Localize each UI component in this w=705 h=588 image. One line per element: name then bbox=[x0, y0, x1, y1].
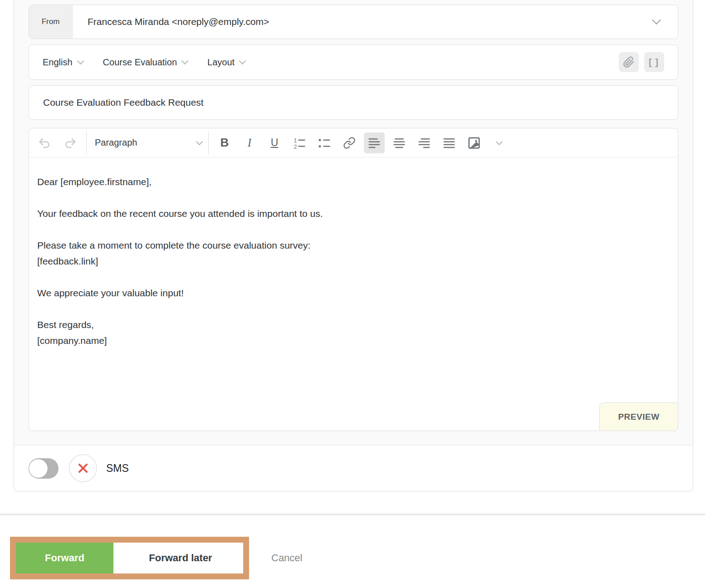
bullet-list-button[interactable] bbox=[314, 132, 335, 153]
body-line: We appreciate your valuable input! bbox=[37, 285, 669, 301]
email-template-card: From Francesca Miranda <noreply@emply.co… bbox=[14, 0, 693, 491]
attach-button[interactable] bbox=[619, 52, 639, 72]
email-body-editor[interactable]: Dear [employee.firstname], Your feedback… bbox=[29, 157, 678, 431]
placeholder-brackets-icon: [ ] bbox=[649, 57, 660, 68]
editor-toolbar: Paragraph B I U 12 bbox=[29, 128, 678, 157]
justify-icon bbox=[442, 136, 456, 150]
underline-icon: U bbox=[271, 137, 279, 149]
sms-disabled-badge bbox=[69, 454, 97, 482]
layout-dropdown-label: Layout bbox=[207, 57, 235, 68]
annotation-highlight-box: Forward Forward later bbox=[10, 537, 249, 579]
sms-label: SMS bbox=[106, 462, 129, 475]
rich-text-editor: Paragraph B I U 12 bbox=[29, 128, 678, 431]
body-line: Your feedback on the recent course you a… bbox=[37, 206, 669, 221]
ordered-list-button[interactable]: 12 bbox=[289, 132, 310, 153]
underline-button[interactable]: U bbox=[264, 132, 285, 153]
language-dropdown[interactable]: English bbox=[43, 57, 83, 68]
align-left-icon bbox=[367, 136, 381, 150]
image-icon bbox=[467, 136, 481, 150]
chevron-down-icon bbox=[181, 58, 189, 65]
image-button[interactable] bbox=[464, 132, 485, 153]
svg-text:1: 1 bbox=[294, 137, 297, 143]
link-icon bbox=[343, 137, 356, 149]
cancel-button[interactable]: Cancel bbox=[271, 552, 302, 564]
align-center-icon bbox=[392, 136, 406, 150]
chevron-down-icon bbox=[196, 138, 203, 145]
forward-later-button[interactable]: Forward later bbox=[118, 543, 243, 573]
template-dropdown-label: Course Evaluation bbox=[103, 57, 177, 68]
template-dropdown[interactable]: Course Evaluation bbox=[103, 57, 187, 68]
language-dropdown-label: English bbox=[43, 57, 73, 68]
body-line bbox=[37, 269, 669, 285]
svg-text:2: 2 bbox=[294, 143, 297, 150]
body-line bbox=[37, 190, 669, 206]
body-line: [company.name] bbox=[37, 333, 669, 348]
undo-icon bbox=[38, 136, 52, 150]
template-options-row: English Course Evaluation Layout [ ] bbox=[29, 44, 678, 80]
align-right-button[interactable] bbox=[414, 132, 435, 153]
bold-icon: B bbox=[220, 136, 229, 150]
italic-button[interactable]: I bbox=[239, 132, 260, 153]
link-button[interactable] bbox=[339, 132, 360, 153]
body-line: Dear [employee.firstname], bbox=[37, 174, 669, 190]
subject-value: Course Evaluation Feedback Request bbox=[43, 97, 204, 108]
sms-toggle[interactable] bbox=[29, 458, 59, 479]
chevron-down-icon bbox=[495, 138, 503, 145]
from-label: From bbox=[29, 5, 73, 39]
align-center-button[interactable] bbox=[389, 132, 410, 153]
align-left-button[interactable] bbox=[364, 132, 385, 153]
justify-button[interactable] bbox=[439, 132, 460, 153]
placeholders-button[interactable]: [ ] bbox=[644, 52, 664, 72]
from-field[interactable]: From Francesca Miranda <noreply@emply.co… bbox=[29, 5, 678, 39]
redo-button[interactable] bbox=[59, 132, 80, 153]
body-line: Best regards, bbox=[37, 317, 669, 333]
bullet-list-icon bbox=[318, 136, 331, 150]
bold-button[interactable]: B bbox=[214, 132, 235, 153]
paragraph-style-label: Paragraph bbox=[95, 137, 137, 148]
align-right-icon bbox=[417, 136, 431, 150]
ordered-list-icon: 12 bbox=[293, 136, 306, 150]
preview-button[interactable]: PREVIEW bbox=[599, 402, 678, 431]
toolbar-separator bbox=[208, 131, 209, 155]
chevron-down-icon bbox=[77, 58, 84, 65]
undo-button[interactable] bbox=[34, 132, 55, 153]
action-bar: Forward Forward later Cancel bbox=[10, 537, 705, 579]
section-divider bbox=[0, 514, 705, 515]
sms-section: SMS bbox=[14, 445, 693, 491]
toolbar-separator bbox=[86, 131, 87, 155]
body-line: [feedback.link] bbox=[37, 253, 669, 269]
body-line: Please take a moment to complete the cou… bbox=[37, 237, 669, 253]
chevron-down-icon[interactable] bbox=[652, 15, 661, 24]
subject-field[interactable]: Course Evaluation Feedback Request bbox=[29, 85, 678, 120]
redo-icon bbox=[63, 136, 77, 150]
more-formats-button[interactable] bbox=[489, 132, 509, 153]
close-x-icon bbox=[77, 462, 89, 475]
italic-icon: I bbox=[248, 137, 251, 149]
body-line bbox=[37, 301, 669, 317]
body-line bbox=[37, 221, 669, 237]
paragraph-style-dropdown[interactable]: Paragraph bbox=[92, 132, 206, 153]
attachment-icon bbox=[623, 56, 635, 68]
toggle-knob bbox=[29, 459, 48, 478]
layout-dropdown[interactable]: Layout bbox=[207, 57, 245, 68]
forward-button[interactable]: Forward bbox=[16, 543, 113, 573]
chevron-down-icon bbox=[239, 58, 246, 65]
from-value: Francesca Miranda <noreply@emply.com> bbox=[73, 16, 653, 27]
